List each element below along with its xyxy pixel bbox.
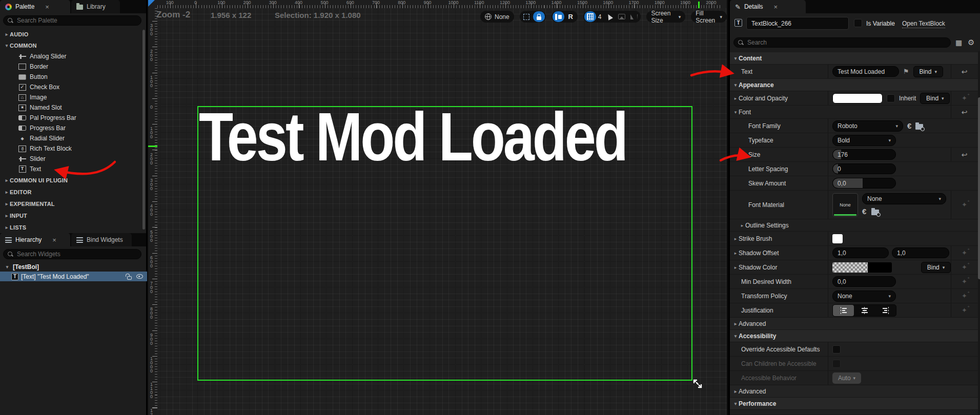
column-view-icon[interactable]: ▦: [955, 38, 962, 47]
details-search[interactable]: [733, 37, 951, 48]
size-input[interactable]: [838, 151, 891, 158]
font-family-dropdown[interactable]: Roboto ▾: [832, 120, 903, 132]
palette-scrollbar[interactable]: [142, 30, 145, 230]
marquee-select-button[interactable]: [521, 11, 533, 22]
revert-icon[interactable]: ↩: [962, 108, 968, 116]
visibility-eye-icon[interactable]: [136, 274, 143, 279]
palette-category[interactable]: ▸ EDITOR: [0, 186, 141, 198]
color-bind-button[interactable]: Bind ▾: [920, 93, 950, 104]
details-scrollbar[interactable]: [978, 51, 980, 415]
row-font-header[interactable]: ▾ Font ↩: [730, 106, 978, 119]
flag-icon[interactable]: ⚑: [903, 68, 909, 75]
fill-screen-dropdown[interactable]: Fill Screen ▾: [691, 11, 727, 23]
palette-item[interactable]: Progress Bar: [0, 123, 141, 133]
tab-bind-widgets[interactable]: Bind Widgets: [71, 233, 132, 246]
add-keyframe-icon[interactable]: ✦: [962, 201, 967, 209]
palette-item[interactable]: Pal Progress Bar: [0, 113, 141, 123]
strike-brush-swatch[interactable]: [832, 234, 843, 243]
palette-search[interactable]: [3, 15, 141, 26]
use-selected-asset-icon[interactable]: €: [862, 207, 866, 216]
revert-icon[interactable]: ↩: [962, 68, 968, 76]
palette-category-audio[interactable]: ▸ AUDIO: [0, 29, 141, 40]
override-accessible-checkbox[interactable]: [832, 345, 841, 354]
shadow-color-bind-button[interactable]: Bind ▾: [921, 262, 951, 273]
respect-locks-button[interactable]: R: [565, 11, 577, 22]
shadow-offset-x-field[interactable]: [832, 247, 889, 258]
hierarchy-root-row[interactable]: ▾ [TestBoi]: [0, 262, 147, 272]
palette-item[interactable]: Button: [0, 72, 141, 82]
lock-button[interactable]: [533, 11, 545, 22]
grid-snap-button[interactable]: [584, 11, 596, 22]
close-icon[interactable]: ×: [52, 236, 56, 244]
tab-hierarchy[interactable]: Hierarchy ×: [0, 233, 70, 246]
palette-category-common[interactable]: ▾ COMMON: [0, 40, 141, 51]
shadow-offset-y-field[interactable]: [892, 247, 949, 258]
text-bind-button[interactable]: Bind ▾: [913, 66, 943, 77]
canvas-text-widget[interactable]: Test Mod Loaded: [199, 102, 626, 171]
shadow-color-swatch[interactable]: [832, 262, 892, 273]
is-variable-checkbox[interactable]: [854, 19, 862, 27]
skew-amount-field[interactable]: [832, 178, 896, 189]
section-appearance[interactable]: ▾ Appearance: [730, 79, 978, 91]
use-selected-asset-icon[interactable]: €: [907, 121, 911, 130]
section-advanced-appearance[interactable]: ▸ Advanced: [730, 318, 978, 330]
palette-item[interactable]: Border: [0, 61, 141, 72]
palette-category[interactable]: ▸ INPUT: [0, 210, 141, 221]
palette-item[interactable]: Check Box: [0, 82, 141, 92]
add-keyframe-icon[interactable]: ✦: [962, 306, 967, 314]
text-value-field[interactable]: [832, 66, 899, 77]
widget-name-input[interactable]: [751, 20, 844, 27]
letter-spacing-input[interactable]: [838, 165, 891, 173]
close-icon[interactable]: ×: [45, 3, 49, 11]
justify-center-button[interactable]: [854, 305, 875, 316]
justify-left-button[interactable]: [833, 305, 854, 316]
section-advanced-accessibility[interactable]: ▸ Advanced: [730, 385, 978, 398]
add-keyframe-icon[interactable]: ✦: [962, 263, 967, 271]
palette-category[interactable]: ▸ COMMON UI PLUGIN: [0, 174, 141, 186]
letter-spacing-field[interactable]: [832, 163, 896, 174]
hierarchy-search[interactable]: [3, 249, 141, 259]
revert-icon[interactable]: ↩: [962, 151, 968, 159]
arrow-collapsed-icon[interactable]: ▸: [732, 251, 739, 256]
widget-name-field[interactable]: [746, 17, 849, 30]
font-material-dropdown[interactable]: None ▾: [862, 193, 946, 204]
palette-item[interactable]: Image: [0, 92, 141, 102]
screen-size-dropdown[interactable]: Screen Size ▾: [646, 11, 685, 23]
hierarchy-selected-row[interactable]: T [Text] "Test Mod Loaded": [0, 272, 147, 281]
tab-palette[interactable]: Palette ×: [0, 0, 70, 13]
min-desired-width-input[interactable]: [838, 278, 891, 285]
unlock-icon[interactable]: [127, 276, 132, 280]
palette-item[interactable]: Slider: [0, 154, 141, 164]
browse-asset-icon[interactable]: [915, 124, 923, 130]
select-cursor-button[interactable]: [603, 11, 615, 22]
hierarchy-search-input[interactable]: [17, 251, 137, 258]
palette-item[interactable]: Radial Slider: [0, 133, 141, 143]
arrow-collapsed-icon[interactable]: ▸: [732, 96, 739, 101]
add-keyframe-icon[interactable]: ✦: [962, 278, 967, 285]
palette-category[interactable]: ▸ LISTS: [0, 221, 141, 233]
preview-background-button[interactable]: [616, 11, 627, 22]
arrow-collapsed-icon[interactable]: ▸: [732, 236, 739, 241]
tab-details[interactable]: ✎ Details ×: [730, 0, 806, 13]
color-swatch[interactable]: [832, 93, 883, 103]
shadow-offset-y-input[interactable]: [897, 250, 944, 257]
section-performance[interactable]: ▾ Performance: [730, 398, 978, 410]
transform-policy-dropdown[interactable]: None ▾: [832, 291, 896, 302]
children-accessible-checkbox[interactable]: [832, 360, 841, 368]
typeface-dropdown[interactable]: Bold ▾: [832, 135, 896, 146]
add-keyframe-icon[interactable]: ✦: [962, 249, 967, 257]
min-desired-width-field[interactable]: [832, 276, 896, 287]
palette-item[interactable]: Text: [0, 164, 141, 174]
justify-right-button[interactable]: [875, 305, 896, 316]
accessible-behavior-dropdown[interactable]: Auto ▾: [832, 372, 861, 384]
palette-item[interactable]: Rich Text Block: [0, 143, 141, 154]
palette-search-input[interactable]: [17, 17, 137, 24]
row-outline-settings[interactable]: ▸ Outline Settings: [730, 219, 978, 232]
gear-icon[interactable]: ⚙: [968, 38, 974, 47]
section-content[interactable]: ▾ Content: [730, 52, 978, 65]
font-material-thumbnail[interactable]: None: [832, 193, 858, 217]
palette-category[interactable]: ▸ EXPERIMENTAL: [0, 198, 141, 210]
localization-preview-pill[interactable]: None: [480, 11, 514, 23]
text-value-input[interactable]: [838, 68, 894, 75]
inherit-checkbox[interactable]: [887, 94, 895, 102]
